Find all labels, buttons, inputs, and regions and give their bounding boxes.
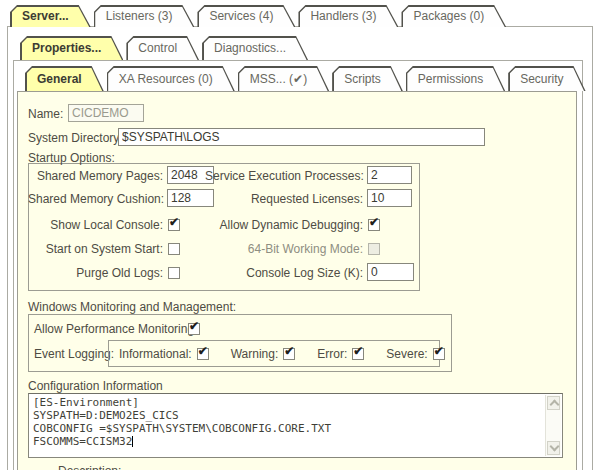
system-directory-input[interactable] [118,128,485,146]
name-label: Name: [28,107,63,121]
error-checkbox[interactable] [352,348,364,360]
severe-item: Severe: [386,347,444,361]
tab-services[interactable]: Services (4) [197,5,295,27]
description-label: Description: [58,464,121,470]
informational-item: Informational: [119,347,209,361]
text-caret [132,436,133,447]
console-log-size-label: Console Log Size (K): [205,266,363,280]
tab-handlers[interactable]: Handlers (3) [298,5,398,27]
allow-dynamic-debugging-label: Allow Dynamic Debugging: [205,218,363,232]
start-on-system-start-checkbox[interactable] [168,243,180,255]
allow-dynamic-debugging-checkbox[interactable] [368,219,380,231]
textarea-scrollbar[interactable] [545,395,561,456]
monitoring-section-label: Windows Monitoring and Management: [28,300,236,314]
console-log-size-input[interactable] [367,263,414,281]
service-execution-processes-label: Service Execution Processes: [205,169,363,183]
system-directory-label: System Directory: [28,131,123,145]
purge-old-logs-label: Purge Old Logs: [28,266,163,280]
tab-control[interactable]: Control [126,36,199,60]
properties-tab-bar: Properties... Control Diagnostics... [20,36,308,60]
requested-licenses-label: Requested Licenses: [205,192,363,206]
scroll-up-icon[interactable] [547,396,560,410]
tab-properties[interactable]: Properties... [20,36,123,60]
startup-options-label: Startup Options: [28,151,115,165]
severe-checkbox[interactable] [433,348,445,360]
top-tab-bar: Server... Listeners (3) Services (4) Han… [10,5,506,27]
tab-security[interactable]: Security [508,66,585,91]
event-logging-label: Event Logging: [34,347,114,361]
show-local-console-checkbox[interactable] [168,219,180,231]
show-local-console-label: Show Local Console: [28,218,163,232]
tab-listeners[interactable]: Listeners (3) [94,5,195,27]
tab-permissions[interactable]: Permissions [406,66,505,91]
tab-packages[interactable]: Packages (0) [401,5,506,27]
scroll-down-icon[interactable] [547,441,560,455]
error-item: Error: [317,347,364,361]
tab-scripts[interactable]: Scripts [332,66,403,91]
warning-checkbox[interactable] [283,348,295,360]
service-execution-processes-input[interactable] [367,166,412,184]
event-logging-group: Informational: Warning: Error: Severe: [108,340,440,367]
tab-diagnostics[interactable]: Diagnostics... [202,36,308,60]
start-on-system-start-label: Start on System Start: [28,242,163,256]
configuration-textarea[interactable]: [ES-Environment] SYSPATH=D:DEMO2ES_CICS … [28,393,563,458]
tab-general[interactable]: General [25,66,104,91]
requested-licenses-input[interactable] [367,189,412,207]
purge-old-logs-checkbox[interactable] [168,267,180,279]
warning-item: Warning: [231,347,296,361]
shared-memory-pages-label: Shared Memory Pages: [28,169,163,183]
64bit-working-mode-label: 64-Bit Working Mode: [205,242,363,256]
allow-performance-monitoring-label: Allow Performance Monitoring: [34,322,197,336]
tab-mss[interactable]: MSS... (✔) [238,66,329,91]
server-properties-window: Server... Listeners (3) Services (4) Han… [0,0,600,470]
configuration-information-label: Configuration Information [28,379,163,393]
shared-memory-cushion-label: Shared Memory Cushion: [28,192,163,206]
name-input[interactable] [68,104,144,122]
general-tab-bar: General XA Resources (0) MSS... (✔) Scri… [25,66,586,91]
allow-performance-monitoring-checkbox[interactable] [188,323,200,335]
64bit-working-mode-checkbox [368,243,380,255]
configuration-text: [ES-Environment] SYSPATH=D:DEMO2ES_CICS … [33,396,544,455]
tab-server[interactable]: Server... [10,5,91,27]
tab-xa-resources[interactable]: XA Resources (0) [107,66,235,91]
informational-checkbox[interactable] [197,348,209,360]
